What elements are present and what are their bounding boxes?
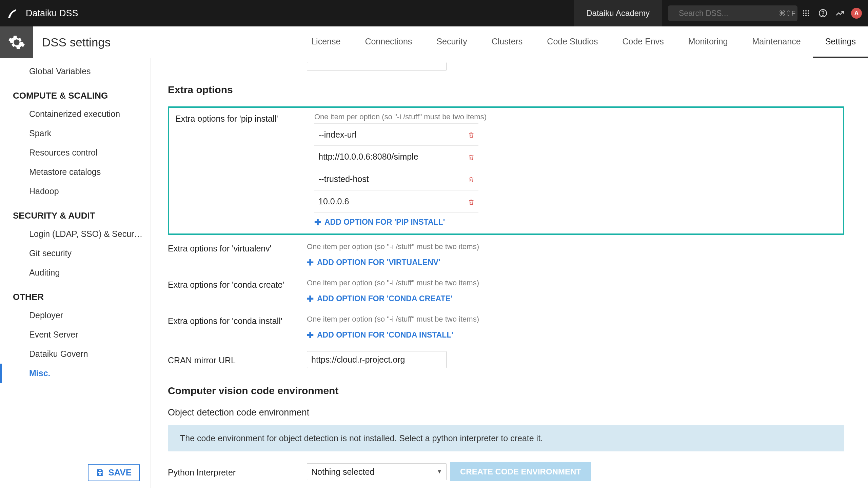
python-interpreter-label: Python Interpreter [168,466,307,477]
svg-rect-13 [99,473,101,475]
svg-point-6 [805,13,807,14]
search-box[interactable]: ⌘⇧F [668,5,797,21]
sidebar-item-deployer[interactable]: Deployer [0,306,149,325]
partial-input-above[interactable] [307,62,447,70]
main-panel: Extra options Extra options for 'pip ins… [151,58,868,488]
tab-code-envs[interactable]: Code Envs [610,26,676,58]
tab-maintenance[interactable]: Maintenance [740,26,813,58]
sidebar-item-resources-control[interactable]: Resources control [0,143,149,162]
pip-option-value[interactable]: --index-url [314,130,468,140]
section-title-cv: Computer vision code environment [168,385,844,396]
add-conda-create-option-button[interactable]: ✚ ADD OPTION FOR 'CONDA CREATE' [307,289,479,308]
add-conda-install-option-button[interactable]: ✚ ADD OPTION FOR 'CONDA INSTALL' [307,326,479,344]
pip-option-row: --index-url [314,123,478,146]
trash-icon[interactable] [468,198,475,205]
conda-install-label: Extra options for 'conda install' [168,315,307,326]
pip-options-box: Extra options for 'pip install' One item… [168,106,844,235]
pip-help: One item per option (so "-i /stuff" must… [314,113,487,121]
object-detection-label: Object detection code environment [168,407,844,418]
apps-icon[interactable] [797,0,814,26]
svg-point-8 [803,15,804,16]
cran-label: CRAN mirror URL [168,354,307,365]
plus-icon: ✚ [314,218,321,226]
help-icon[interactable] [814,0,831,26]
add-virtualenv-option-button[interactable]: ✚ ADD OPTION FOR 'VIRTUALENV' [307,253,479,272]
avatar[interactable]: A [851,8,862,19]
svg-point-12 [823,15,823,16]
sidebar-item-event-server[interactable]: Event Server [0,325,149,344]
pip-label: Extra options for 'pip install' [175,113,314,124]
pip-option-row: 10.0.0.6 [314,190,478,213]
add-pip-option-button[interactable]: ✚ ADD OPTION FOR 'PIP INSTALL' [314,213,487,231]
sidebar-item-dataiku-govern[interactable]: Dataiku Govern [0,344,149,364]
sidebar: Global VariablesCOMPUTE & SCALINGContain… [0,58,151,488]
sidebar-item-metastore-catalogs[interactable]: Metastore catalogs [0,162,149,182]
conda-install-help: One item per option (so "-i /stuff" must… [307,315,479,324]
pip-option-row: --trusted-host [314,168,478,190]
trash-icon[interactable] [468,131,475,138]
svg-point-4 [808,10,809,12]
plus-icon: ✚ [307,259,314,267]
sidebar-item-global-variables[interactable]: Global Variables [0,62,149,81]
pip-option-value[interactable]: --trusted-host [314,174,468,184]
tab-connections[interactable]: Connections [353,26,424,58]
chevron-down-icon: ▼ [437,469,442,475]
svg-point-9 [805,15,807,16]
save-button[interactable]: SAVE [88,464,140,481]
svg-point-10 [808,15,809,16]
svg-point-2 [803,10,804,12]
tab-code-studios[interactable]: Code Studios [535,26,610,58]
academy-link[interactable]: Dataiku Academy [574,0,662,26]
subheader: DSS settings LicenseConnectionsSecurityC… [0,26,868,58]
page-title: DSS settings [33,26,299,58]
conda-create-help: One item per option (so "-i /stuff" must… [307,279,479,287]
sidebar-item-misc-[interactable]: Misc. [0,364,149,383]
pip-option-value[interactable]: http://10.0.0.6:8080/simple [314,152,468,162]
save-button-label: SAVE [108,467,132,478]
app-title: Dataiku DSS [26,8,574,19]
settings-gear-icon[interactable] [0,26,33,58]
sidebar-heading: OTHER [0,282,149,306]
trash-icon[interactable] [468,176,475,183]
create-code-env-button[interactable]: CREATE CODE ENVIRONMENT [450,462,591,481]
sidebar-item-auditing[interactable]: Auditing [0,263,149,282]
tab-license[interactable]: License [299,26,353,58]
trash-icon[interactable] [468,153,475,161]
dataiku-logo-icon[interactable] [6,6,20,20]
sidebar-heading: COMPUTE & SCALING [0,81,149,104]
cran-url-input[interactable] [307,351,447,368]
plus-icon: ✚ [307,295,314,303]
tab-settings[interactable]: Settings [813,26,868,58]
pip-option-list: --index-urlhttp://10.0.0.6:8080/simple--… [314,123,478,213]
sidebar-item-login-ldap-sso-secur-[interactable]: Login (LDAP, SSO) & Secur… [0,224,149,244]
topbar: Dataiku DSS Dataiku Academy ⌘⇧F A [0,0,868,26]
save-icon [96,469,104,477]
svg-point-3 [805,10,807,12]
search-shortcut: ⌘⇧F [779,9,795,17]
sidebar-heading: SECURITY & AUDIT [0,201,149,224]
tab-clusters[interactable]: Clusters [479,26,535,58]
sidebar-item-hadoop[interactable]: Hadoop [0,182,149,201]
pip-option-row: http://10.0.0.6:8080/simple [314,146,478,168]
activity-icon[interactable] [831,0,848,26]
sidebar-item-containerized-execution[interactable]: Containerized execution [0,104,149,124]
tab-monitoring[interactable]: Monitoring [676,26,740,58]
plus-icon: ✚ [307,331,314,339]
virtualenv-label: Extra options for 'virtualenv' [168,242,307,253]
sidebar-item-git-security[interactable]: Git security [0,244,149,263]
svg-point-7 [808,13,809,14]
subheader-tabs: LicenseConnectionsSecurityClustersCode S… [299,26,868,58]
virtualenv-help: One item per option (so "-i /stuff" must… [307,242,479,251]
pip-option-value[interactable]: 10.0.0.6 [314,197,468,206]
object-detection-info-banner: The code environment for object detectio… [168,425,844,451]
tab-security[interactable]: Security [424,26,479,58]
sidebar-item-spark[interactable]: Spark [0,124,149,143]
python-interpreter-select[interactable]: Nothing selected ▼ [307,463,447,480]
svg-point-5 [803,13,804,14]
section-title-extra-options: Extra options [168,84,844,96]
conda-create-label: Extra options for 'conda create' [168,279,307,290]
search-input[interactable] [679,9,779,18]
